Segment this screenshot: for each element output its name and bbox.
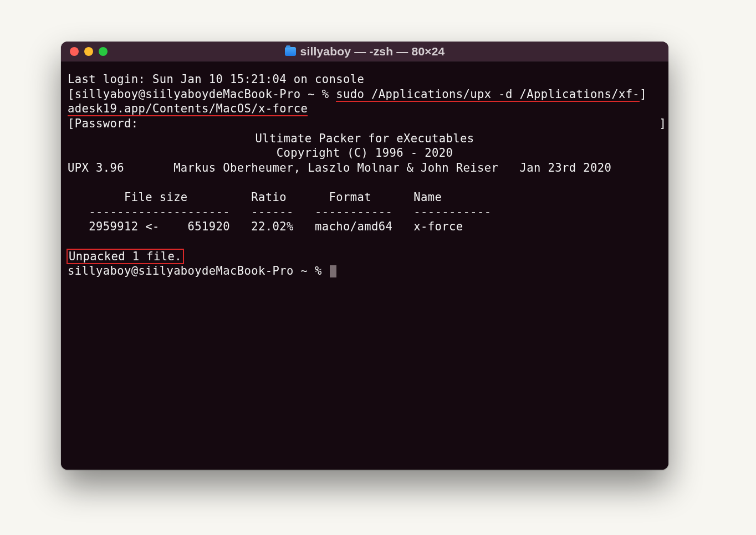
upx-copyright: Copyright (C) 1996 - 2020 — [68, 146, 662, 161]
upx-title: Ultimate Packer for eXecutables — [68, 131, 662, 146]
window-title: sillyaboy — -zsh — 80×24 — [300, 45, 445, 58]
unpacked-status: Unpacked 1 file. — [68, 250, 183, 263]
titlebar[interactable]: sillyaboy — -zsh — 80×24 — [61, 42, 668, 62]
prompt-2: sillyaboy@siilyaboydeMacBook-Pro ~ % — [68, 264, 329, 277]
terminal-output[interactable]: Last login: Sun Jan 10 15:21:04 on conso… — [61, 62, 668, 470]
last-login-line: Last login: Sun Jan 10 15:21:04 on conso… — [68, 73, 364, 86]
cursor-icon — [330, 265, 336, 277]
table-header: File size Ratio Format Name — [68, 191, 442, 204]
folder-icon — [285, 47, 296, 56]
table-row: 2959912 <- 651920 22.02% macho/amd64 x-f… — [68, 220, 463, 233]
prompt-open: [sillyaboy@siilyaboydeMacBook-Pro ~ % — [68, 88, 336, 101]
terminal-window: sillyaboy — -zsh — 80×24 Last login: Sun… — [61, 42, 668, 470]
close-icon[interactable] — [70, 47, 79, 56]
minimize-icon[interactable] — [84, 47, 93, 56]
command-line-2: adesk19.app/Contents/MacOS/x-force — [68, 102, 308, 116]
upx-version-line: UPX 3.96 Markus Oberheumer, Laszlo Molna… — [68, 161, 611, 174]
password-open: [Password: — [68, 117, 138, 130]
window-controls — [61, 47, 108, 56]
table-rule: -------------------- ------ ----------- … — [68, 205, 492, 219]
command-line-1: sudo /Applications/upx -d /Applications/… — [336, 88, 640, 102]
zoom-icon[interactable] — [99, 47, 108, 56]
password-close: ] — [659, 117, 666, 130]
prompt-close: ] — [640, 88, 647, 101]
